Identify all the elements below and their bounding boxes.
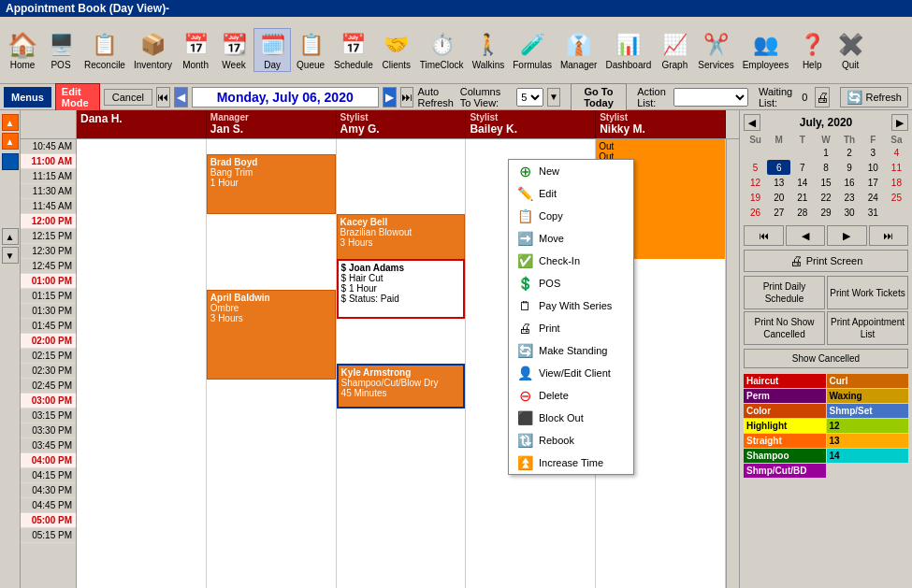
show-cancelled-button[interactable]: Show Cancelled [744, 349, 908, 368]
ctx-print[interactable]: 🖨 Print [509, 317, 633, 339]
cal-day[interactable]: 8 [814, 160, 837, 175]
formulas-btn[interactable]: 🧪 Formulas [509, 28, 556, 72]
sidebar-scroll-up[interactable]: ▲ [2, 228, 19, 245]
quit-btn[interactable]: ✖️ Quit [832, 28, 869, 72]
ctx-edit[interactable]: ✏️ Edit [509, 182, 633, 205]
staff-schedule-dana[interactable] [77, 139, 207, 588]
cal-day[interactable]: 3 [861, 145, 885, 160]
cal-day[interactable]: 10 [861, 160, 885, 175]
columns-dropdown-btn[interactable]: ▼ [547, 88, 560, 107]
timeclock-btn[interactable]: ⏱️ TimeClock [416, 28, 468, 72]
mini-cal-next[interactable]: ▶ [891, 114, 908, 131]
first-nav-btn[interactable]: ⏮ [156, 87, 170, 108]
ctx-move[interactable]: ➡️ Move [509, 227, 633, 250]
month-btn[interactable]: 📅 Month [177, 28, 214, 72]
cal-day[interactable]: 16 [838, 175, 861, 190]
rp-first-btn[interactable]: ⏮ [744, 225, 784, 246]
cal-day[interactable]: 1 [814, 145, 837, 160]
cal-day[interactable]: 18 [885, 175, 908, 190]
print-appointment-list-btn[interactable]: Print Appointment List [827, 311, 908, 345]
ctx-new[interactable]: ⊕ New [509, 160, 633, 182]
cal-day[interactable]: 20 [767, 190, 790, 205]
cal-day[interactable]: 25 [885, 190, 908, 205]
cal-day[interactable]: 19 [744, 190, 767, 205]
cal-day[interactable]: 22 [814, 190, 837, 205]
ctx-delete[interactable]: ⊖ Delete [509, 384, 633, 407]
cal-day-selected[interactable]: 6 [767, 160, 790, 175]
cal-day[interactable]: 23 [838, 190, 861, 205]
go-to-today-button[interactable]: Go To Today [571, 83, 627, 111]
ctx-pos[interactable]: 💲 POS [509, 272, 633, 294]
sidebar-toggle-up[interactable]: ▲ [2, 114, 19, 131]
appt-brad-boyd[interactable]: Brad Boyd Bang Trim 1 Hour [207, 154, 336, 214]
cal-day[interactable]: 13 [767, 175, 790, 190]
cal-day[interactable]: 17 [861, 175, 885, 190]
cal-day[interactable] [767, 145, 790, 160]
clients-btn[interactable]: 🤝 Clients [378, 28, 415, 72]
cal-day[interactable]: 12 [744, 175, 767, 190]
cal-day[interactable]: 30 [838, 205, 861, 220]
cal-day[interactable]: 11 [885, 160, 908, 175]
cal-day[interactable]: 9 [838, 160, 861, 175]
sidebar-scroll-down[interactable]: ▼ [2, 247, 19, 264]
appt-kyle-armstrong[interactable]: Kyle Armstrong Shampoo/Cut/Blow Dry 45 M… [337, 364, 466, 409]
refresh-button[interactable]: 🔄 Refresh [840, 87, 908, 108]
ctx-block-out[interactable]: ⬛ Block Out [509, 407, 633, 429]
print-no-show-cancelled-btn[interactable]: Print No Show Cancelled [744, 311, 825, 345]
blue-sidebar-btn[interactable] [2, 153, 19, 170]
rp-prev-btn[interactable]: ◀ [786, 225, 826, 246]
print-screen-button[interactable]: 🖨 Print Screen [744, 250, 908, 272]
employees-btn[interactable]: 👥 Employees [739, 28, 792, 72]
rp-next-btn[interactable]: ▶ [827, 225, 867, 246]
cal-day[interactable] [744, 145, 767, 160]
week-btn[interactable]: 📆 Week [215, 28, 253, 72]
dashboard-btn[interactable]: 📊 Dashboard [601, 28, 655, 72]
inventory-btn[interactable]: 📦 Inventory [130, 28, 176, 72]
cal-day[interactable]: 27 [767, 205, 790, 220]
cal-day[interactable]: 14 [790, 175, 814, 190]
cal-day[interactable]: 2 [838, 145, 861, 160]
walkins-btn[interactable]: 🚶 Walkins [469, 28, 509, 72]
appt-april-baldwin[interactable]: April Baldwin Ombre 3 Hours [207, 290, 336, 380]
cal-day[interactable]: 15 [814, 175, 837, 190]
rp-last-btn[interactable]: ⏭ [869, 225, 909, 246]
cal-day[interactable] [885, 205, 908, 220]
ctx-rebook[interactable]: 🔃 Rebook [509, 429, 633, 452]
ctx-pay-series[interactable]: 🗒 Pay With Series [509, 294, 633, 317]
schedule-btn[interactable]: 📅 Schedule [330, 28, 377, 72]
ctx-copy[interactable]: 📋 Copy [509, 205, 633, 227]
reconcile-btn[interactable]: 📋 Reconcile [80, 28, 129, 72]
appt-joan-adams[interactable]: $ Joan Adams $ Hair Cut $ 1 Hour $ Statu… [337, 259, 466, 319]
prev-nav-btn[interactable]: ◀ [174, 87, 188, 108]
columns-select[interactable]: 5 4 6 [516, 88, 543, 107]
services-btn[interactable]: ✂️ Services [694, 28, 737, 72]
queue-btn[interactable]: 📋 Queue [292, 28, 329, 72]
cal-day[interactable]: 24 [861, 190, 885, 205]
sidebar-toggle-down[interactable]: ▲ [2, 133, 19, 150]
cal-day[interactable]: 21 [790, 190, 814, 205]
ctx-view-edit-client[interactable]: 👤 View/Edit Client [509, 362, 633, 384]
day-btn[interactable]: 🗓️ Day [253, 28, 291, 72]
cal-day[interactable]: 29 [814, 205, 837, 220]
cal-day[interactable]: 5 [744, 160, 767, 175]
cancel-button[interactable]: Cancel [104, 89, 152, 106]
cal-day[interactable]: 7 [790, 160, 814, 175]
schedule-scrollbar[interactable] [726, 139, 739, 588]
cal-day[interactable]: 4 [885, 145, 908, 160]
staff-schedule-jan[interactable]: Brad Boyd Bang Trim 1 Hour April Baldwin… [207, 139, 337, 588]
last-nav-btn[interactable]: ⏭ [400, 87, 414, 108]
cal-day[interactable]: 31 [861, 205, 885, 220]
menus-button[interactable]: Menus [4, 87, 51, 108]
print-waiting-btn[interactable]: 🖨 [815, 87, 830, 108]
mini-cal-prev[interactable]: ◀ [744, 114, 760, 131]
print-daily-schedule-btn[interactable]: Print Daily Schedule [744, 276, 825, 309]
ctx-make-standing[interactable]: 🔄 Make Standing [509, 339, 633, 362]
graph-btn[interactable]: 📈 Graph [656, 28, 693, 72]
cal-day[interactable]: 26 [744, 205, 767, 220]
help-btn[interactable]: ❓ Help [793, 28, 831, 72]
manager-btn[interactable]: 👔 Manager [557, 28, 601, 72]
cal-day[interactable] [790, 145, 814, 160]
staff-schedule-amy[interactable]: Kacey Bell Brazilian Blowout 3 Hours $ J… [337, 139, 467, 588]
ctx-increase-time[interactable]: ⏫ Increase Time [509, 452, 633, 474]
ctx-checkin[interactable]: ✅ Check-In [509, 250, 633, 272]
